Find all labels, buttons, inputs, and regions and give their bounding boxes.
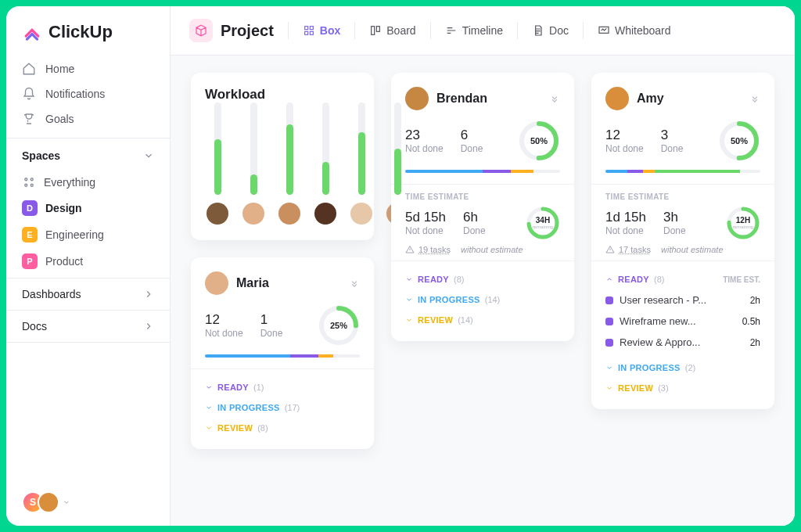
space-badge: E bbox=[22, 227, 38, 243]
person-header[interactable]: Brendan bbox=[405, 87, 487, 110]
chevron-down-icon bbox=[605, 384, 613, 392]
avatar bbox=[314, 203, 336, 225]
task-estimate: 2h bbox=[750, 295, 760, 306]
task-row[interactable]: Review & Appro...2h bbox=[605, 332, 760, 353]
chevron-down-icon bbox=[205, 404, 213, 412]
status-review[interactable]: REVIEW (14) bbox=[405, 310, 560, 330]
space-everything[interactable]: Everything bbox=[13, 170, 163, 195]
home-icon bbox=[22, 62, 36, 76]
task-row[interactable]: Wireframe new...0.5h bbox=[605, 311, 760, 332]
view-whiteboard[interactable]: Whiteboard bbox=[598, 24, 671, 37]
page-title[interactable]: Project bbox=[189, 19, 274, 42]
expand-icon[interactable] bbox=[749, 93, 760, 104]
workload-bar[interactable] bbox=[242, 102, 264, 225]
person-card-amy: Amy 12Not done 3Done 50% bbox=[591, 73, 774, 409]
time-estimate-header: TIME ESTIMATE bbox=[405, 192, 560, 201]
workload-bar[interactable] bbox=[314, 102, 336, 225]
progress-bar bbox=[205, 354, 360, 358]
workload-bar[interactable] bbox=[350, 102, 372, 225]
task-estimate: 0.5h bbox=[742, 316, 760, 327]
avatar bbox=[605, 87, 629, 110]
progress-ring: 25% bbox=[318, 304, 360, 347]
box-view-icon bbox=[303, 24, 315, 37]
nav-notifications[interactable]: Notifications bbox=[13, 81, 163, 106]
chevron-down-icon bbox=[405, 296, 413, 304]
brand-name: ClickUp bbox=[48, 22, 113, 42]
status-review[interactable]: REVIEW (3) bbox=[605, 378, 760, 398]
chevron-down-icon bbox=[405, 275, 413, 283]
whiteboard-icon bbox=[598, 24, 610, 37]
status-dot bbox=[605, 297, 613, 304]
sidebar-footer[interactable]: S bbox=[6, 479, 170, 526]
space-design[interactable]: D Design bbox=[13, 195, 163, 221]
metric-not-done: 12 Not done bbox=[205, 312, 243, 339]
board-icon bbox=[369, 24, 382, 37]
chevron-right-icon bbox=[143, 321, 154, 332]
avatar bbox=[350, 203, 372, 225]
avatar bbox=[207, 203, 228, 225]
status-in-progress[interactable]: IN PROGRESS (2) bbox=[605, 358, 760, 378]
view-doc[interactable]: Doc bbox=[532, 24, 569, 37]
status-ready-expanded[interactable]: READY (8) TIME EST. bbox=[605, 269, 760, 289]
view-box[interactable]: Box bbox=[303, 24, 340, 37]
expand-icon[interactable] bbox=[349, 278, 360, 289]
divider bbox=[517, 22, 518, 39]
content: Workload Maria 12 bbox=[171, 56, 795, 526]
progress-ring: 50% bbox=[518, 120, 560, 162]
view-board[interactable]: Board bbox=[369, 24, 415, 37]
nav-home[interactable]: Home bbox=[13, 56, 163, 81]
brand[interactable]: ClickUp bbox=[6, 6, 170, 55]
space-label: Product bbox=[45, 255, 83, 268]
avatar bbox=[242, 203, 264, 225]
avatar bbox=[405, 87, 429, 110]
space-product[interactable]: P Product bbox=[13, 248, 163, 275]
time-ring: 34Hremaining bbox=[526, 206, 560, 240]
grid-icon bbox=[22, 175, 36, 189]
time-not-done: 5d 15hNot done bbox=[405, 210, 446, 236]
metric-not-done: 23Not done bbox=[405, 128, 444, 154]
task-row[interactable]: User research - P...2h bbox=[605, 289, 760, 311]
metric-done: 6Done bbox=[461, 128, 483, 154]
task-list: User research - P...2hWireframe new...0.… bbox=[605, 289, 760, 353]
space-engineering[interactable]: E Engineering bbox=[13, 221, 163, 248]
metric-done: 1 Done bbox=[260, 312, 283, 339]
chevron-down-icon bbox=[205, 424, 213, 432]
chevron-down-icon bbox=[605, 364, 613, 372]
clickup-logo-icon bbox=[22, 22, 42, 42]
progress-bar bbox=[405, 170, 560, 173]
workload-bar[interactable] bbox=[278, 102, 300, 225]
person-card-brendan: Brendan 23Not done 6Done 50% bbox=[391, 73, 574, 341]
svg-rect-7 bbox=[310, 31, 313, 34]
bell-icon bbox=[22, 87, 36, 101]
person-header[interactable]: Maria bbox=[205, 271, 269, 295]
task-estimate: 2h bbox=[750, 337, 760, 348]
person-header[interactable]: Amy bbox=[605, 87, 664, 110]
status-review[interactable]: REVIEW (8) bbox=[205, 418, 360, 438]
nav-goals[interactable]: Goals bbox=[13, 106, 163, 131]
nav-label: Home bbox=[45, 63, 74, 75]
status-ready[interactable]: READY (8) bbox=[405, 269, 560, 289]
svg-point-1 bbox=[31, 178, 33, 181]
spaces-list: Everything D Design E Engineering P Prod… bbox=[6, 167, 170, 278]
view-timeline[interactable]: Timeline bbox=[445, 24, 503, 37]
space-label: Everything bbox=[44, 176, 95, 189]
status-in-progress[interactable]: IN PROGRESS (14) bbox=[405, 289, 560, 310]
status-in-progress[interactable]: IN PROGRESS (17) bbox=[205, 397, 360, 418]
nav-dashboards[interactable]: Dashboards bbox=[6, 278, 170, 310]
workload-bar[interactable] bbox=[207, 102, 228, 225]
estimate-warning[interactable]: 17 tasks without estimate bbox=[605, 245, 760, 254]
cube-icon bbox=[189, 19, 213, 42]
nav-docs[interactable]: Docs bbox=[6, 310, 170, 343]
svg-rect-6 bbox=[304, 31, 307, 34]
workload-card: Workload bbox=[191, 73, 374, 240]
status-ready[interactable]: READY (1) bbox=[205, 377, 360, 397]
expand-icon[interactable] bbox=[549, 93, 560, 104]
chevron-down-icon bbox=[405, 316, 413, 324]
nav-label: Notifications bbox=[45, 88, 105, 100]
card-title: Workload bbox=[205, 87, 360, 102]
metric-done: 3Done bbox=[661, 128, 684, 154]
time-not-done: 1d 15hNot done bbox=[605, 210, 646, 236]
sidebar: ClickUp Home Notifications Goals Spaces bbox=[6, 6, 171, 526]
estimate-warning[interactable]: 19 tasks without estimate bbox=[405, 245, 560, 254]
spaces-header[interactable]: Spaces bbox=[6, 138, 170, 167]
